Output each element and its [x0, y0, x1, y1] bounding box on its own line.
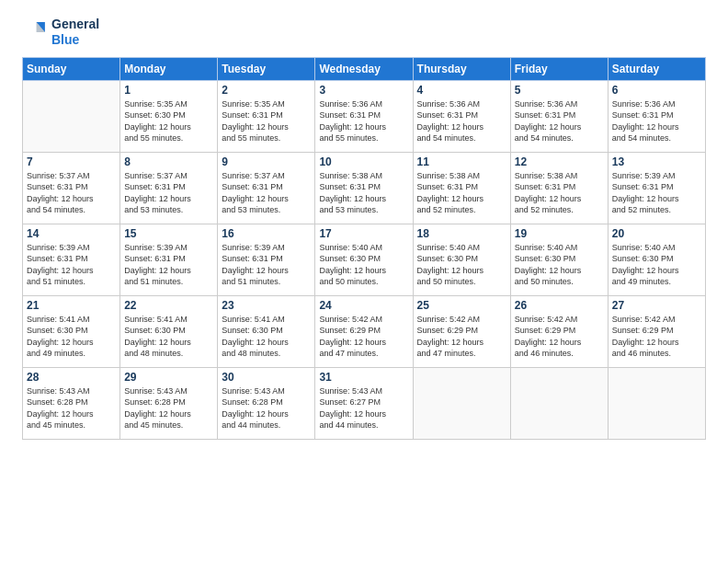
cell-content: Sunrise: 5:42 AM Sunset: 6:29 PM Dayligh… [319, 314, 408, 360]
calendar-cell: 1Sunrise: 5:35 AM Sunset: 6:30 PM Daylig… [120, 80, 218, 152]
cell-content: Sunrise: 5:35 AM Sunset: 6:30 PM Dayligh… [124, 98, 213, 144]
calendar-cell: 29Sunrise: 5:43 AM Sunset: 6:28 PM Dayli… [120, 367, 218, 439]
day-number: 9 [222, 155, 311, 168]
cell-content: Sunrise: 5:37 AM Sunset: 6:31 PM Dayligh… [124, 170, 213, 216]
cell-content: Sunrise: 5:43 AM Sunset: 6:27 PM Dayligh… [319, 385, 408, 431]
cell-content: Sunrise: 5:36 AM Sunset: 6:31 PM Dayligh… [319, 98, 408, 144]
day-number: 21 [27, 299, 116, 312]
calendar-cell: 9Sunrise: 5:37 AM Sunset: 6:31 PM Daylig… [218, 152, 315, 224]
day-header-wednesday: Wednesday [315, 57, 413, 80]
calendar-cell [608, 367, 705, 439]
cell-content: Sunrise: 5:41 AM Sunset: 6:30 PM Dayligh… [124, 314, 213, 360]
calendar-cell [413, 367, 510, 439]
day-header-thursday: Thursday [413, 57, 510, 80]
cell-content: Sunrise: 5:42 AM Sunset: 6:29 PM Dayligh… [515, 314, 604, 360]
calendar-table: SundayMondayTuesdayWednesdayThursdayFrid… [22, 57, 706, 440]
calendar-cell: 7Sunrise: 5:37 AM Sunset: 6:31 PM Daylig… [23, 152, 120, 224]
day-number: 1 [124, 84, 213, 97]
week-row-4: 21Sunrise: 5:41 AM Sunset: 6:30 PM Dayli… [23, 295, 706, 367]
day-number: 26 [515, 299, 604, 312]
day-number: 3 [319, 84, 408, 97]
calendar-cell: 19Sunrise: 5:40 AM Sunset: 6:30 PM Dayli… [510, 224, 608, 295]
day-number: 16 [222, 227, 311, 240]
week-row-5: 28Sunrise: 5:43 AM Sunset: 6:28 PM Dayli… [23, 367, 706, 439]
calendar-cell: 26Sunrise: 5:42 AM Sunset: 6:29 PM Dayli… [510, 295, 608, 367]
day-number: 19 [515, 227, 604, 240]
cell-content: Sunrise: 5:37 AM Sunset: 6:31 PM Dayligh… [222, 170, 311, 216]
cell-content: Sunrise: 5:42 AM Sunset: 6:29 PM Dayligh… [417, 314, 506, 360]
day-number: 23 [222, 299, 311, 312]
cell-content: Sunrise: 5:40 AM Sunset: 6:30 PM Dayligh… [515, 242, 604, 288]
calendar-cell: 30Sunrise: 5:43 AM Sunset: 6:28 PM Dayli… [218, 367, 315, 439]
day-number: 8 [124, 155, 213, 168]
day-number: 2 [222, 84, 311, 97]
cell-content: Sunrise: 5:43 AM Sunset: 6:28 PM Dayligh… [222, 385, 311, 431]
day-header-sunday: Sunday [23, 57, 120, 80]
calendar-cell: 16Sunrise: 5:39 AM Sunset: 6:31 PM Dayli… [218, 224, 315, 295]
cell-content: Sunrise: 5:43 AM Sunset: 6:28 PM Dayligh… [124, 385, 213, 431]
cell-content: Sunrise: 5:39 AM Sunset: 6:31 PM Dayligh… [27, 242, 116, 288]
cell-content: Sunrise: 5:41 AM Sunset: 6:30 PM Dayligh… [222, 314, 311, 360]
day-number: 28 [27, 371, 116, 384]
cell-content: Sunrise: 5:41 AM Sunset: 6:30 PM Dayligh… [27, 314, 116, 360]
calendar-cell: 11Sunrise: 5:38 AM Sunset: 6:31 PM Dayli… [413, 152, 510, 224]
calendar-cell [23, 80, 120, 152]
calendar-cell: 6Sunrise: 5:36 AM Sunset: 6:31 PM Daylig… [608, 80, 705, 152]
cell-content: Sunrise: 5:35 AM Sunset: 6:31 PM Dayligh… [222, 98, 311, 144]
cell-content: Sunrise: 5:43 AM Sunset: 6:28 PM Dayligh… [27, 385, 116, 431]
day-number: 14 [27, 227, 116, 240]
cell-content: Sunrise: 5:40 AM Sunset: 6:30 PM Dayligh… [612, 242, 701, 288]
logo-text: General Blue [51, 17, 99, 48]
cell-content: Sunrise: 5:38 AM Sunset: 6:31 PM Dayligh… [319, 170, 408, 216]
day-number: 22 [124, 299, 213, 312]
cell-content: Sunrise: 5:39 AM Sunset: 6:31 PM Dayligh… [222, 242, 311, 288]
header: General Blue [22, 17, 706, 48]
calendar-cell: 18Sunrise: 5:40 AM Sunset: 6:30 PM Dayli… [413, 224, 510, 295]
day-number: 13 [612, 155, 701, 168]
day-number: 31 [319, 371, 408, 384]
day-number: 25 [417, 299, 506, 312]
week-row-3: 14Sunrise: 5:39 AM Sunset: 6:31 PM Dayli… [23, 224, 706, 295]
cell-content: Sunrise: 5:38 AM Sunset: 6:31 PM Dayligh… [417, 170, 506, 216]
cell-content: Sunrise: 5:38 AM Sunset: 6:31 PM Dayligh… [515, 170, 604, 216]
cell-content: Sunrise: 5:39 AM Sunset: 6:31 PM Dayligh… [612, 170, 701, 216]
logo: General Blue [22, 17, 99, 48]
day-number: 30 [222, 371, 311, 384]
calendar-cell: 23Sunrise: 5:41 AM Sunset: 6:30 PM Dayli… [218, 295, 315, 367]
day-number: 11 [417, 155, 506, 168]
cell-content: Sunrise: 5:42 AM Sunset: 6:29 PM Dayligh… [612, 314, 701, 360]
day-number: 29 [124, 371, 213, 384]
week-row-1: 1Sunrise: 5:35 AM Sunset: 6:30 PM Daylig… [23, 80, 706, 152]
calendar-cell: 13Sunrise: 5:39 AM Sunset: 6:31 PM Dayli… [608, 152, 705, 224]
day-number: 18 [417, 227, 506, 240]
calendar-cell: 28Sunrise: 5:43 AM Sunset: 6:28 PM Dayli… [23, 367, 120, 439]
page: General Blue SundayMondayTuesdayWednesda… [0, 0, 728, 451]
day-header-friday: Friday [510, 57, 608, 80]
day-number: 17 [319, 227, 408, 240]
calendar-cell: 15Sunrise: 5:39 AM Sunset: 6:31 PM Dayli… [120, 224, 218, 295]
day-number: 20 [612, 227, 701, 240]
calendar-cell: 5Sunrise: 5:36 AM Sunset: 6:31 PM Daylig… [510, 80, 608, 152]
calendar-cell: 10Sunrise: 5:38 AM Sunset: 6:31 PM Dayli… [315, 152, 413, 224]
calendar-cell: 2Sunrise: 5:35 AM Sunset: 6:31 PM Daylig… [218, 80, 315, 152]
calendar-cell: 4Sunrise: 5:36 AM Sunset: 6:31 PM Daylig… [413, 80, 510, 152]
day-number: 27 [612, 299, 701, 312]
calendar-header-row: SundayMondayTuesdayWednesdayThursdayFrid… [23, 57, 706, 80]
calendar-cell: 24Sunrise: 5:42 AM Sunset: 6:29 PM Dayli… [315, 295, 413, 367]
calendar-cell: 21Sunrise: 5:41 AM Sunset: 6:30 PM Dayli… [23, 295, 120, 367]
cell-content: Sunrise: 5:36 AM Sunset: 6:31 PM Dayligh… [612, 98, 701, 144]
cell-content: Sunrise: 5:40 AM Sunset: 6:30 PM Dayligh… [319, 242, 408, 288]
calendar-cell: 27Sunrise: 5:42 AM Sunset: 6:29 PM Dayli… [608, 295, 705, 367]
cell-content: Sunrise: 5:39 AM Sunset: 6:31 PM Dayligh… [124, 242, 213, 288]
calendar-cell: 20Sunrise: 5:40 AM Sunset: 6:30 PM Dayli… [608, 224, 705, 295]
cell-content: Sunrise: 5:36 AM Sunset: 6:31 PM Dayligh… [515, 98, 604, 144]
day-number: 15 [124, 227, 213, 240]
day-number: 4 [417, 84, 506, 97]
day-header-saturday: Saturday [608, 57, 705, 80]
day-header-tuesday: Tuesday [218, 57, 315, 80]
calendar-cell: 8Sunrise: 5:37 AM Sunset: 6:31 PM Daylig… [120, 152, 218, 224]
calendar-cell: 25Sunrise: 5:42 AM Sunset: 6:29 PM Dayli… [413, 295, 510, 367]
week-row-2: 7Sunrise: 5:37 AM Sunset: 6:31 PM Daylig… [23, 152, 706, 224]
day-header-monday: Monday [120, 57, 218, 80]
calendar-cell [510, 367, 608, 439]
